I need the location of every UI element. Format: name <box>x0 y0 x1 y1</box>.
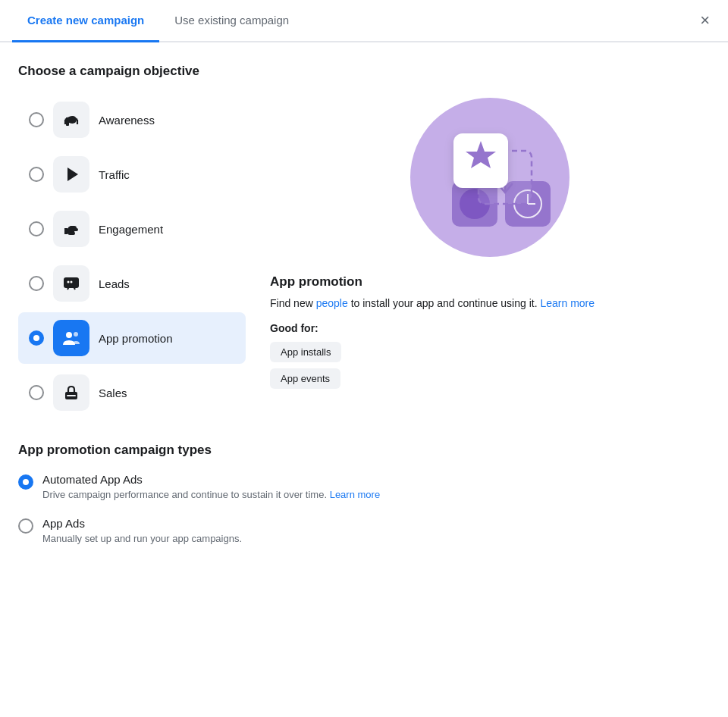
svg-rect-1 <box>66 123 69 126</box>
svg-point-5 <box>71 281 73 283</box>
automated-app-ads-desc: Drive campaign performance and continue … <box>42 488 380 502</box>
automated-app-ads-text: Automated App Ads Drive campaign perform… <box>42 473 380 502</box>
campaign-types-title: App promotion campaign types <box>18 443 710 458</box>
radio-automated-app-ads[interactable] <box>18 474 33 490</box>
good-for-title: Good for: <box>270 322 710 334</box>
sales-label: Sales <box>99 387 127 399</box>
app-ads-label: App Ads <box>42 517 242 530</box>
tag-app-events: App events <box>270 368 340 389</box>
svg-point-4 <box>67 281 70 283</box>
leads-icon <box>53 265 89 302</box>
detail-title: App promotion <box>270 274 710 290</box>
radio-engagement[interactable] <box>29 221 44 236</box>
objective-item-app-promotion[interactable]: App promotion <box>18 312 246 364</box>
engagement-icon <box>53 211 89 247</box>
radio-app-ads[interactable] <box>18 518 33 534</box>
tabs-bar: Create new campaign Use existing campaig… <box>0 0 728 42</box>
svg-point-6 <box>66 332 72 338</box>
radio-app-promotion[interactable] <box>29 330 44 346</box>
radio-traffic[interactable] <box>29 167 44 182</box>
objective-item-engagement[interactable]: Engagement <box>18 203 246 255</box>
detail-desc-middle: to install your app and continue using i… <box>348 297 538 309</box>
radio-sales[interactable] <box>29 385 44 400</box>
detail-desc-highlight: people <box>316 297 348 309</box>
objective-item-traffic[interactable]: Traffic <box>18 149 246 200</box>
campaign-type-app-ads[interactable]: App Ads Manually set up and run your app… <box>18 517 710 546</box>
radio-leads[interactable] <box>29 276 44 291</box>
svg-rect-9 <box>67 395 76 396</box>
main-content: Choose a campaign objective <box>0 42 728 579</box>
tag-app-installs: App installs <box>270 342 341 362</box>
objectives-list: Awareness Traffic <box>18 94 246 418</box>
campaign-types-section: App promotion campaign types Automated A… <box>18 443 710 546</box>
app-promotion-label: App promotion <box>99 332 173 345</box>
automated-learn-more-link[interactable]: Learn more <box>330 489 380 500</box>
awareness-icon <box>53 102 89 138</box>
close-button[interactable]: × <box>694 9 716 32</box>
svg-point-7 <box>74 332 78 337</box>
traffic-icon <box>53 156 89 193</box>
app-ads-desc: Manually set up and run your app campaig… <box>42 532 242 546</box>
svg-marker-2 <box>67 168 78 181</box>
objective-item-awareness[interactable]: Awareness <box>18 94 246 146</box>
detail-description: Find new people to install your app and … <box>270 296 710 312</box>
detail-desc-before: Find new <box>270 297 316 309</box>
detail-learn-more-link[interactable]: Learn more <box>540 297 595 309</box>
app-ads-text: App Ads Manually set up and run your app… <box>42 517 242 546</box>
engagement-label: Engagement <box>99 223 163 236</box>
sales-icon <box>53 374 89 411</box>
section-title: Choose a campaign objective <box>18 64 710 79</box>
detail-panel: App promotion Find new people to install… <box>270 94 710 389</box>
radio-awareness[interactable] <box>29 112 44 127</box>
leads-label: Leads <box>99 277 130 290</box>
tab-use-existing[interactable]: Use existing campaign <box>159 0 304 42</box>
objective-item-leads[interactable]: Leads <box>18 258 246 309</box>
tags-list: App installs App events <box>270 342 710 389</box>
tab-create-new[interactable]: Create new campaign <box>12 0 159 42</box>
campaign-type-automated[interactable]: Automated App Ads Drive campaign perform… <box>18 473 710 502</box>
app-promotion-illustration <box>406 94 573 261</box>
main-layout: Awareness Traffic <box>18 94 710 418</box>
automated-app-ads-label: Automated App Ads <box>42 473 380 486</box>
app-promotion-icon <box>53 320 89 356</box>
awareness-label: Awareness <box>99 114 155 127</box>
objective-item-sales[interactable]: Sales <box>18 367 246 418</box>
traffic-label: Traffic <box>99 168 130 181</box>
